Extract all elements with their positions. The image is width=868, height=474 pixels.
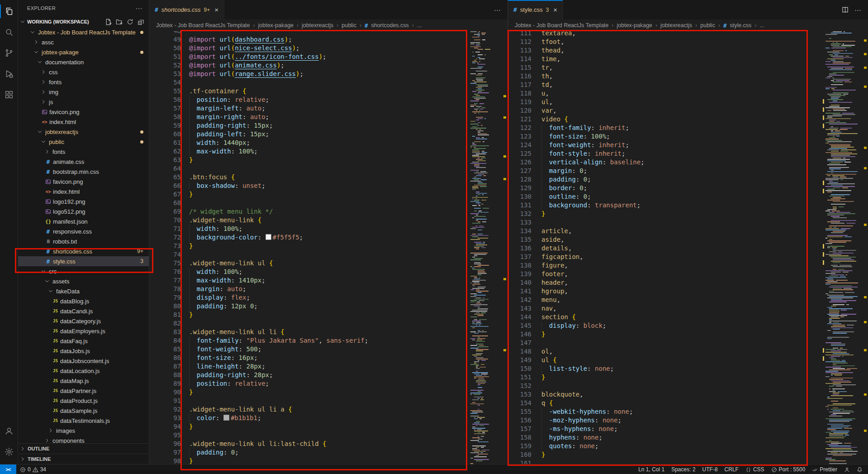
tree-item-logo512-png[interactable]: logo512.png <box>18 206 149 216</box>
explorer-action-refresh-icon[interactable] <box>127 19 133 25</box>
overview-ruler[interactable] <box>501 31 508 464</box>
tree-item-datacandi-js[interactable]: JSdataCandi.js <box>18 306 149 316</box>
tree-item-favicon-png[interactable]: favicon.png <box>18 177 149 187</box>
tree-item-datajobscontent-js[interactable]: JSdataJobscontent.js <box>18 356 149 366</box>
tree-item-index-html[interactable]: <>index.html <box>18 117 149 127</box>
tree-item-jobtex-job-board-reactjs-template[interactable]: Jobtex - Job Board ReactJs Template <box>18 27 149 37</box>
activity-explorer-icon[interactable] <box>0 1 18 22</box>
tree-item-components[interactable]: components <box>18 436 149 443</box>
minimap[interactable] <box>825 31 864 464</box>
tree-item-shortcodes-css[interactable]: #shortcodes.css9+ <box>18 246 149 256</box>
explorer-action-new-file-icon[interactable] <box>105 19 112 25</box>
tree-item-datamap-js[interactable]: JSdataMap.js <box>18 376 149 386</box>
timeline-section-header[interactable]: TIMELINE <box>18 454 149 464</box>
more-actions-icon[interactable]: ··· <box>494 6 501 14</box>
breadcrumb-item[interactable]: jobtexreactjs <box>660 22 692 29</box>
breadcrumb-item[interactable]: jobtexreactjs <box>302 22 333 29</box>
tree-item-fonts[interactable]: fonts <box>18 77 149 87</box>
breadcrumb-item[interactable]: Jobtex - Job Board ReactJs Template <box>515 22 609 29</box>
tree-item-img[interactable]: img <box>18 87 149 97</box>
tree-item-fonts[interactable]: fonts <box>18 147 149 157</box>
tree-item-js[interactable]: js <box>18 97 149 107</box>
remote-indicator[interactable]: >< <box>0 464 16 474</box>
status-item-feedback[interactable] <box>844 467 850 473</box>
tree-item-css[interactable]: css <box>18 67 149 77</box>
tree-item-assc[interactable]: assc <box>18 37 149 47</box>
tree-item-datapartner-js[interactable]: JSdataPartner.js <box>18 386 149 396</box>
breadcrumb-ellipsis[interactable]: ... <box>417 22 422 29</box>
code-editor[interactable]: 1111121131141151161171181191201211221231… <box>508 31 868 464</box>
close-icon[interactable]: × <box>553 6 557 13</box>
more-actions-icon[interactable]: ··· <box>854 6 861 14</box>
activity-settings-icon[interactable] <box>0 441 18 462</box>
overview-ruler[interactable] <box>862 31 868 464</box>
code-editor[interactable]: 4849505152535455565758596061626364656667… <box>149 31 508 464</box>
tree-item-public[interactable]: public <box>18 137 149 147</box>
tree-item-favicon-png[interactable]: favicon.png <box>18 107 149 117</box>
status-item-encoding[interactable]: UTF-8 <box>702 466 718 473</box>
workspace-section-header[interactable]: WORKING (WORKSPACE) <box>18 16 149 27</box>
tree-item-robots-txt[interactable]: ≡robots.txt <box>18 236 149 246</box>
tab-shortcodes-css[interactable]: #shortcodes.css9+× <box>149 0 224 19</box>
tree-item-datalocation-js[interactable]: JSdataLocation.js <box>18 366 149 376</box>
activity-debug-icon[interactable] <box>0 63 18 84</box>
tree-item-datacategory-js[interactable]: JSdataCategory.js <box>18 316 149 326</box>
status-item-live-server-port[interactable]: Port : 5500 <box>771 466 806 473</box>
tree-item-assets[interactable]: assets <box>18 276 149 286</box>
status-item-prettier[interactable]: Prettier <box>812 466 837 473</box>
problems-status[interactable]: 0 34 <box>16 466 50 473</box>
breadcrumb-item[interactable]: Jobtex - Job Board ReactJs Template <box>156 22 250 29</box>
tree-item-datatestimonials-js[interactable]: JSdataTestimonials.js <box>18 416 149 426</box>
tree-item-responsive-css[interactable]: #responsive.css <box>18 226 149 236</box>
tree-item-index-html[interactable]: <>index.html <box>18 187 149 196</box>
tab-style-css[interactable]: #style.css3× <box>508 0 563 19</box>
breadcrumb-item[interactable]: public <box>700 22 715 29</box>
activity-search-icon[interactable] <box>0 22 18 43</box>
breadcrumb-item[interactable]: jobtex-pakage <box>617 22 653 29</box>
code-line: padding: 0; <box>189 448 368 457</box>
explorer-action-collapse-icon[interactable] <box>138 19 144 25</box>
explorer-more-actions-icon[interactable]: ··· <box>136 5 142 11</box>
tree-item-datablog-js[interactable]: JSdataBlog.js <box>18 296 149 306</box>
minimap-row <box>470 110 501 111</box>
minimap[interactable] <box>470 31 501 464</box>
explorer-action-new-folder-icon[interactable] <box>116 19 123 25</box>
status-item-cursor-position[interactable]: Ln 1, Col 1 <box>638 466 664 473</box>
tree-item-animate-css[interactable]: #animate.css <box>18 157 149 167</box>
tree-item-images[interactable]: images <box>18 426 149 436</box>
breadcrumb-ellipsis[interactable]: ... <box>759 22 764 29</box>
breadcrumb-file[interactable]: style.css <box>730 22 751 29</box>
tree-item-documentation[interactable]: documentation <box>18 57 149 67</box>
status-item-indentation[interactable]: Spaces: 2 <box>671 466 695 473</box>
tree-item-manifest-json[interactable]: {}manifest.json <box>18 216 149 226</box>
breadcrumb-item[interactable]: public <box>342 22 356 29</box>
tree-item-fakedata[interactable]: fakeData <box>18 286 149 296</box>
activity-scm-icon[interactable] <box>0 43 18 63</box>
activity-extensions-icon[interactable] <box>0 84 18 105</box>
close-icon[interactable]: × <box>214 6 218 13</box>
tree-item-datasample-js[interactable]: JSdataSample.js <box>18 406 149 416</box>
status-item-eol[interactable]: CRLF <box>725 466 739 473</box>
tree-item-datafaq-js[interactable]: JSdataFaq.js <box>18 336 149 346</box>
activity-account-icon[interactable] <box>0 421 18 441</box>
status-item-notifications[interactable] <box>857 467 863 473</box>
tree-item-jobtex-pakage[interactable]: jobtex-pakage <box>18 47 149 57</box>
tree-item-dataemployers-js[interactable]: JSdataEmployers.js <box>18 326 149 336</box>
tree-item-src[interactable]: src <box>18 266 149 276</box>
code-line: } <box>189 156 368 164</box>
breadcrumb-file[interactable]: shortcodes.css <box>371 22 408 29</box>
minimap-row <box>470 80 501 81</box>
breadcrumb-item[interactable]: jobtex-pakage <box>258 22 294 29</box>
minimap-row <box>825 292 864 293</box>
tree-item-datajobs-js[interactable]: JSdataJobs.js <box>18 346 149 356</box>
minimap-row <box>825 368 864 369</box>
tree-item-logo192-png[interactable]: logo192.png <box>18 196 149 206</box>
split-editor-icon[interactable] <box>842 6 849 13</box>
tree-item-bootstrap-min-css[interactable]: #bootstrap.min.css <box>18 167 149 177</box>
tree-item-style-css[interactable]: #style.css3 <box>18 256 149 266</box>
tree-item-dataproduct-js[interactable]: JSdataProduct.js <box>18 396 149 406</box>
tree-item-jobtexreactjs[interactable]: jobtexreactjs <box>18 127 149 137</box>
status-item-language-mode[interactable]: CSS <box>745 466 764 473</box>
minimap-row <box>825 185 864 186</box>
outline-section-header[interactable]: OUTLINE <box>18 443 149 454</box>
